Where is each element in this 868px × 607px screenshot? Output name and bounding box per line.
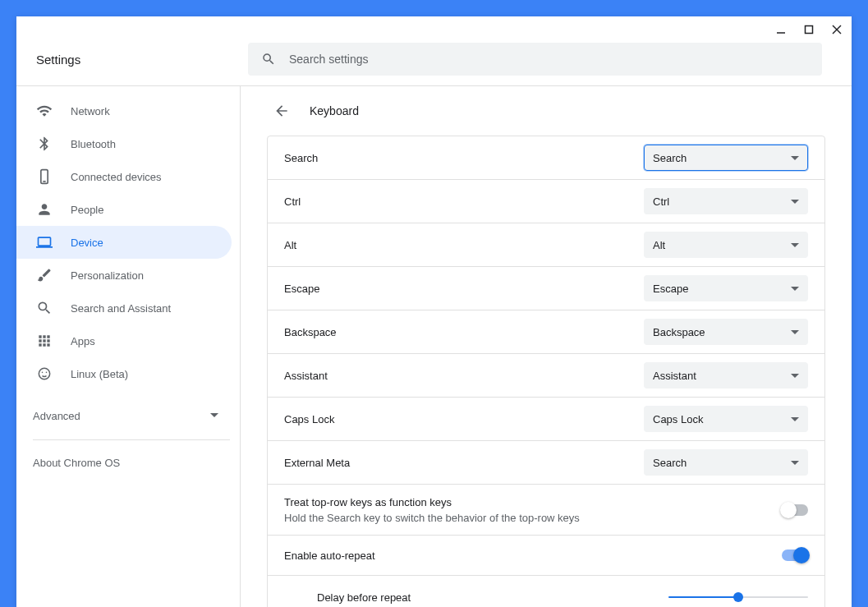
select-capslock[interactable]: Caps Lock — [644, 406, 808, 432]
row-assistant: Assistant Assistant — [268, 354, 824, 398]
sidebar-item-label: Connected devices — [71, 171, 162, 183]
sidebar-item-label: Linux (Beta) — [71, 368, 128, 380]
sidebar-item-connected-devices[interactable]: Connected devices — [16, 160, 232, 193]
sidebar-item-search-assistant[interactable]: Search and Assistant — [16, 292, 232, 324]
svg-rect-1 — [806, 26, 813, 34]
maximize-button[interactable] — [801, 21, 817, 38]
settings-card: Search Search Ctrl Ctrl — [267, 136, 825, 607]
minimize-button[interactable] — [773, 21, 789, 38]
slider-label: Delay before repeat — [317, 591, 411, 604]
row-backspace: Backspace Backspace — [268, 310, 824, 354]
sidebar-item-people[interactable]: People — [16, 193, 232, 226]
svg-point-6 — [39, 368, 49, 379]
chevron-down-icon — [210, 413, 218, 418]
search-icon — [261, 52, 276, 67]
settings-window: Settings Network Bluetooth — [16, 16, 852, 607]
search-input[interactable] — [287, 52, 809, 67]
search-bar[interactable] — [248, 43, 822, 76]
sidebar-about[interactable]: About Chrome OS — [16, 445, 240, 481]
window-titlebar — [16, 16, 852, 43]
search-icon — [36, 300, 53, 316]
brush-icon — [36, 267, 53, 283]
row-escape: Escape Escape — [268, 267, 824, 310]
select-backspace[interactable]: Backspace — [644, 319, 808, 345]
sidebar-advanced-toggle[interactable]: Advanced — [16, 397, 240, 435]
row-label: Backspace — [284, 326, 337, 338]
row-alt: Alt Alt — [268, 223, 824, 267]
svg-point-8 — [46, 372, 48, 374]
row-external-meta: External Meta Search — [268, 441, 824, 485]
row-auto-repeat: Enable auto-repeat — [268, 536, 824, 576]
select-value: Ctrl — [653, 195, 669, 208]
sidebar-item-bluetooth[interactable]: Bluetooth — [16, 127, 232, 160]
row-function-keys: Treat top-row keys as function keys Hold… — [268, 485, 824, 536]
row-label: Escape — [284, 283, 319, 295]
sidebar-item-label: Personalization — [71, 269, 144, 282]
chevron-down-icon — [791, 374, 799, 378]
toggle-auto-repeat[interactable] — [782, 550, 808, 561]
row-search: Search Search — [268, 136, 824, 180]
select-value: Caps Lock — [653, 413, 703, 425]
sidebar-item-device[interactable]: Device — [16, 226, 232, 259]
sidebar-item-label: Bluetooth — [71, 138, 116, 150]
select-external-meta[interactable]: Search — [644, 449, 808, 476]
select-value: Search — [653, 152, 687, 164]
sidebar-item-label: Search and Assistant — [71, 302, 171, 315]
person-icon — [36, 201, 53, 218]
linux-icon — [36, 366, 53, 382]
row-label: Caps Lock — [284, 413, 334, 425]
select-value: Escape — [653, 283, 688, 295]
svg-point-7 — [42, 372, 44, 374]
bluetooth-icon — [36, 136, 53, 152]
slider-delay[interactable] — [668, 589, 808, 605]
about-label: About Chrome OS — [33, 457, 120, 469]
chevron-down-icon — [791, 243, 799, 247]
row-capslock: Caps Lock Caps Lock — [268, 398, 824, 441]
sidebar-item-label: People — [71, 204, 103, 216]
sidebar: Network Bluetooth Connected devices Peop… — [16, 86, 241, 607]
sidebar-item-apps[interactable]: Apps — [16, 324, 232, 357]
advanced-label: Advanced — [33, 410, 80, 422]
row-label: Treat top-row keys as function keys — [284, 496, 580, 508]
page-title: Keyboard — [310, 104, 359, 117]
sidebar-item-label: Device — [71, 237, 103, 249]
select-value: Backspace — [653, 326, 705, 338]
row-sublabel: Hold the Search key to switch the behavi… — [284, 512, 580, 524]
chevron-down-icon — [791, 200, 799, 204]
sidebar-item-personalization[interactable]: Personalization — [16, 259, 232, 292]
chevron-down-icon — [791, 417, 799, 421]
sidebar-item-linux[interactable]: Linux (Beta) — [16, 357, 232, 390]
chevron-down-icon — [791, 156, 799, 160]
app-title: Settings — [36, 53, 248, 67]
sidebar-divider — [33, 439, 230, 440]
toggle-function-keys[interactable] — [782, 504, 808, 516]
close-button[interactable] — [829, 21, 845, 38]
select-assistant[interactable]: Assistant — [644, 362, 808, 389]
sidebar-item-label: Network — [71, 105, 110, 117]
sidebar-item-label: Apps — [71, 335, 95, 347]
laptop-icon — [36, 234, 53, 251]
body: Network Bluetooth Connected devices Peop… — [16, 85, 852, 607]
select-value: Assistant — [653, 370, 696, 382]
select-value: Search — [653, 457, 687, 469]
row-ctrl: Ctrl Ctrl — [268, 180, 824, 223]
slider-thumb[interactable] — [733, 592, 743, 602]
row-delay-before-repeat: Delay before repeat — [268, 576, 824, 607]
content-column: Keyboard Search Search Ctrl Ctrl — [267, 86, 825, 607]
row-label: Assistant — [284, 370, 328, 382]
row-label: External Meta — [284, 457, 350, 469]
row-label: Alt — [284, 239, 296, 251]
sidebar-item-network[interactable]: Network — [16, 94, 232, 127]
chevron-down-icon — [791, 287, 799, 291]
main-content: Keyboard Search Search Ctrl Ctrl — [241, 86, 852, 607]
phone-icon — [36, 168, 53, 185]
back-button[interactable] — [272, 101, 292, 121]
select-ctrl[interactable]: Ctrl — [644, 188, 808, 214]
row-label: Search — [284, 152, 318, 164]
apps-icon — [36, 333, 53, 349]
header: Settings — [16, 43, 852, 85]
select-search[interactable]: Search — [644, 145, 808, 171]
select-alt[interactable]: Alt — [644, 232, 808, 258]
select-escape[interactable]: Escape — [644, 275, 808, 301]
select-value: Alt — [653, 239, 665, 251]
